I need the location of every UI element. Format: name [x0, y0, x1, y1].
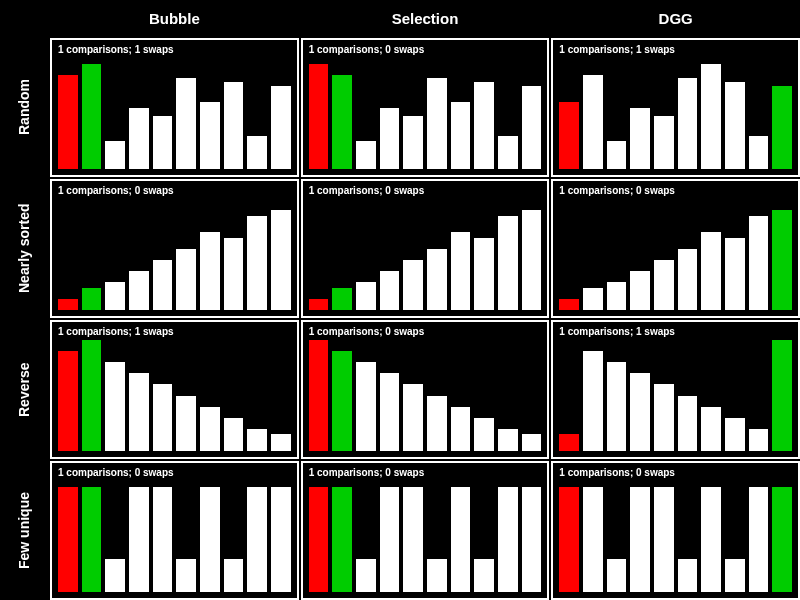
row-header-reverse: Reverse: [0, 320, 48, 459]
status-text: 1 comparisons; 1 swaps: [559, 44, 792, 55]
bar: [153, 260, 173, 310]
bar: [247, 487, 267, 592]
bar: [522, 86, 542, 169]
status-text: 1 comparisons; 0 swaps: [309, 185, 542, 196]
bar: [105, 141, 125, 169]
bar: [772, 487, 792, 592]
bar: [58, 75, 78, 169]
bar: [630, 487, 650, 592]
bar: [309, 64, 329, 169]
bar: [224, 238, 244, 310]
bar: [271, 86, 291, 169]
bar: [474, 238, 494, 310]
bar: [82, 64, 102, 169]
bar: [82, 487, 102, 592]
bar: [630, 373, 650, 451]
bar: [176, 559, 196, 592]
bar-group: [58, 58, 291, 169]
bar: [224, 418, 244, 451]
bar: [654, 116, 674, 169]
bar: [474, 82, 494, 169]
bar: [427, 396, 447, 452]
bar: [607, 282, 627, 310]
bar: [701, 407, 721, 451]
bar: [129, 487, 149, 592]
bar-group: [309, 481, 542, 592]
bar: [559, 434, 579, 451]
bar: [474, 418, 494, 451]
bar-group: [58, 481, 291, 592]
bar: [451, 407, 471, 451]
bar: [522, 487, 542, 592]
bar: [153, 384, 173, 451]
status-text: 1 comparisons; 0 swaps: [58, 467, 291, 478]
chart-cell: 1 comparisons; 1 swaps: [551, 320, 800, 459]
bar: [271, 434, 291, 451]
chart-cell: 1 comparisons; 0 swaps: [301, 461, 550, 600]
bar-group: [559, 340, 792, 451]
bar: [200, 232, 220, 310]
col-header-dgg: DGG: [551, 0, 800, 36]
bar: [654, 487, 674, 592]
chart-cell: 1 comparisons; 1 swaps: [551, 38, 800, 177]
bar: [129, 108, 149, 169]
bar: [630, 271, 650, 310]
bar: [332, 288, 352, 310]
bar: [356, 282, 376, 310]
bar: [247, 216, 267, 310]
bar: [451, 102, 471, 169]
chart-cell: 1 comparisons; 0 swaps: [551, 179, 800, 318]
bar: [105, 362, 125, 451]
bar: [332, 75, 352, 169]
chart-cell: 1 comparisons; 0 swaps: [50, 461, 299, 600]
status-text: 1 comparisons; 1 swaps: [58, 326, 291, 337]
bar: [356, 559, 376, 592]
bar: [58, 487, 78, 592]
bar: [403, 487, 423, 592]
bar: [772, 210, 792, 310]
bar: [725, 418, 745, 451]
chart-cell: 1 comparisons; 0 swaps: [301, 38, 550, 177]
status-text: 1 comparisons; 1 swaps: [559, 326, 792, 337]
bar-group: [58, 340, 291, 451]
bar: [200, 487, 220, 592]
bar: [522, 210, 542, 310]
bar: [309, 299, 329, 310]
bar: [200, 102, 220, 169]
bar: [176, 249, 196, 310]
bar: [749, 216, 769, 310]
bar: [271, 210, 291, 310]
bar: [498, 487, 518, 592]
bar: [200, 407, 220, 451]
bar: [356, 362, 376, 451]
chart-cell: 1 comparisons; 0 swaps: [301, 320, 550, 459]
bar: [678, 396, 698, 452]
bar-group: [559, 58, 792, 169]
bar: [701, 64, 721, 169]
bar: [451, 232, 471, 310]
bar: [749, 487, 769, 592]
bar: [701, 232, 721, 310]
bar: [105, 559, 125, 592]
bar: [153, 116, 173, 169]
bar: [749, 429, 769, 451]
bar: [630, 108, 650, 169]
bar: [678, 249, 698, 310]
bar: [82, 288, 102, 310]
bar: [583, 487, 603, 592]
bar-group: [309, 199, 542, 310]
chart-cell: 1 comparisons; 0 swaps: [301, 179, 550, 318]
bar: [129, 271, 149, 310]
bar: [522, 434, 542, 451]
bar: [654, 260, 674, 310]
bar: [403, 260, 423, 310]
status-text: 1 comparisons; 0 swaps: [559, 467, 792, 478]
bar: [678, 559, 698, 592]
bar: [380, 108, 400, 169]
col-header-selection: Selection: [301, 0, 550, 36]
bar: [498, 429, 518, 451]
bar: [176, 78, 196, 169]
status-text: 1 comparisons; 0 swaps: [58, 185, 291, 196]
bar: [309, 340, 329, 451]
grid-corner: [0, 0, 48, 36]
